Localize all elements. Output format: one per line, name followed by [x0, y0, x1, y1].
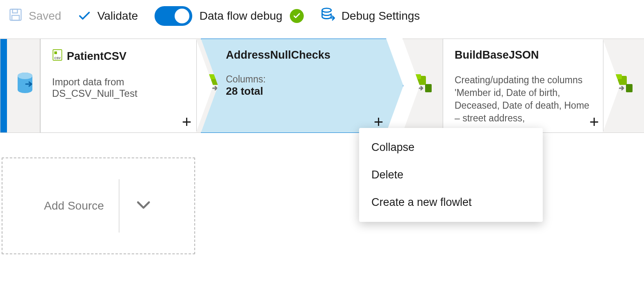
- svg-rect-18: [615, 74, 622, 79]
- add-source-button[interactable]: Add Source: [2, 157, 195, 254]
- debug-toggle-group: Data flow debug: [155, 6, 304, 26]
- debug-toggle-label: Data flow debug: [200, 9, 282, 23]
- svg-rect-2: [12, 15, 19, 20]
- columns-label: Columns:: [226, 74, 391, 85]
- connector: [603, 39, 644, 133]
- svg-rect-9: [55, 51, 57, 54]
- add-transform-button[interactable]: +: [182, 114, 191, 130]
- check-icon: [77, 9, 91, 23]
- node-title: PatientCSV: [67, 50, 127, 63]
- flow-row: CSV PatientCSV Import data from DS_CSV_N…: [0, 39, 644, 133]
- svg-rect-19: [626, 84, 633, 92]
- node-title: BuildBaseJSON: [455, 49, 539, 62]
- debug-settings-label: Debug Settings: [341, 9, 420, 23]
- node-description: Import data from DS_CSV_Null_Test: [52, 76, 185, 99]
- saved-status: Saved: [8, 7, 61, 25]
- svg-rect-16: [425, 84, 432, 92]
- save-icon: [8, 7, 23, 25]
- source-handle[interactable]: [0, 39, 40, 133]
- add-source-label: Add Source: [44, 199, 104, 212]
- add-transform-button[interactable]: +: [374, 114, 383, 130]
- toolbar: Saved Validate Data flow debug Debug Set…: [0, 0, 644, 34]
- debug-settings-button[interactable]: Debug Settings: [320, 7, 420, 25]
- svg-text:CSV: CSV: [55, 56, 61, 60]
- context-menu: Collapse Delete Create a new flowlet: [359, 128, 543, 222]
- node-addressnullchecks[interactable]: AddressNullChecks Columns: 28 total +: [201, 39, 403, 133]
- node-buildbasejson[interactable]: BuildBaseJSON Creating/updating the colu…: [443, 39, 603, 133]
- derived-column-icon: [615, 74, 636, 96]
- node-title: AddressNullChecks: [226, 49, 330, 62]
- saved-label: Saved: [29, 9, 61, 23]
- debug-status-icon: [290, 9, 304, 23]
- validate-button[interactable]: Validate: [77, 9, 138, 23]
- svg-point-6: [18, 87, 32, 93]
- datasource-cylinder-icon: [16, 72, 34, 95]
- ctx-delete[interactable]: Delete: [359, 161, 543, 189]
- chevron-down-icon[interactable]: [134, 195, 153, 217]
- ctx-collapse[interactable]: Collapse: [359, 134, 543, 161]
- divider: [119, 179, 119, 233]
- validate-label: Validate: [97, 9, 138, 23]
- svg-rect-1: [13, 9, 18, 13]
- svg-point-7: [18, 73, 32, 79]
- flow-canvas[interactable]: CSV PatientCSV Import data from DS_CSV_N…: [0, 34, 644, 292]
- debug-toggle[interactable]: [155, 6, 192, 26]
- columns-total: 28 total: [226, 85, 391, 98]
- svg-rect-15: [414, 74, 421, 79]
- add-transform-button[interactable]: +: [589, 114, 599, 130]
- svg-point-3: [322, 8, 331, 12]
- derived-column-icon: [414, 74, 435, 96]
- node-patientcsv[interactable]: CSV PatientCSV Import data from DS_CSV_N…: [40, 39, 197, 133]
- csv-file-icon: CSV: [52, 49, 63, 64]
- connector: [403, 39, 444, 133]
- node-description: Creating/updating the columns 'Member id…: [455, 74, 592, 125]
- database-arrow-icon: [320, 7, 336, 25]
- ctx-create-flowlet[interactable]: Create a new flowlet: [359, 189, 543, 216]
